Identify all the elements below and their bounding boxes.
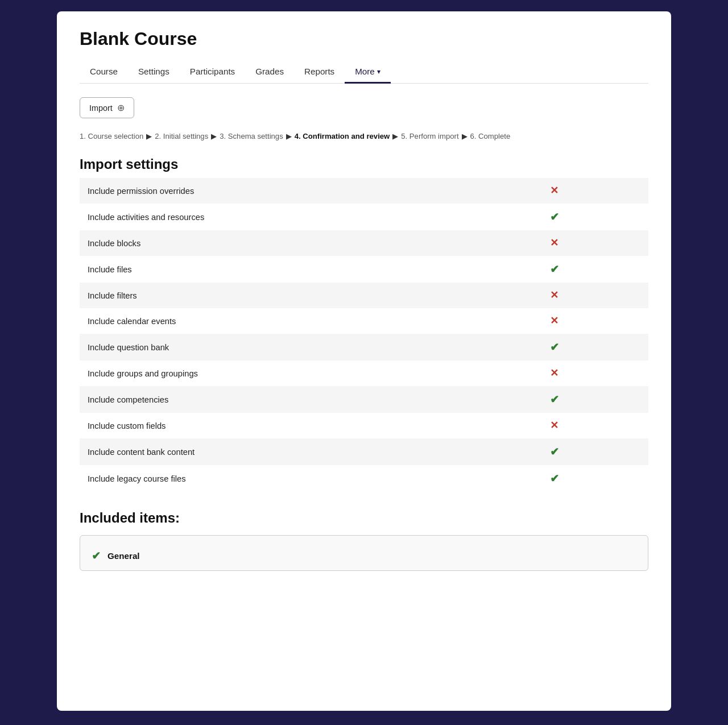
- included-general-row: ✔ General: [92, 547, 636, 565]
- import-settings-title: Import settings: [80, 156, 648, 172]
- page-title: Blank Course: [80, 28, 648, 49]
- setting-label: Include question bank: [80, 334, 542, 361]
- included-items-box: ✔ General: [80, 535, 648, 571]
- table-row: Include permission overrides✕: [80, 178, 648, 204]
- cross-icon: ✕: [550, 315, 559, 326]
- breadcrumb-step-4: 4. Confirmation and review: [295, 132, 390, 140]
- check-icon: ✔: [550, 263, 559, 275]
- check-icon: ✔: [550, 341, 559, 353]
- check-icon: ✔: [550, 211, 559, 223]
- cross-icon: ✕: [550, 289, 559, 301]
- setting-label: Include competencies: [80, 386, 542, 413]
- setting-label: Include calendar events: [80, 308, 542, 334]
- tab-settings[interactable]: Settings: [128, 61, 180, 84]
- main-container: Blank Course Course Settings Participant…: [57, 11, 671, 711]
- general-check-icon: ✔: [92, 549, 101, 562]
- table-row: Include calendar events✕: [80, 308, 648, 334]
- table-row: Include competencies✔: [80, 386, 648, 413]
- import-button[interactable]: Import ⊕: [80, 97, 134, 118]
- chevron-down-icon: ▾: [377, 68, 380, 76]
- breadcrumb-arrow-1: ▶: [146, 132, 152, 140]
- breadcrumb-step-1: 1. Course selection: [80, 132, 143, 140]
- split-icon: ⊕: [117, 102, 125, 113]
- table-row: Include blocks✕: [80, 230, 648, 256]
- breadcrumb-arrow-4: ▶: [392, 132, 398, 140]
- table-row: Include question bank✔: [80, 334, 648, 361]
- table-row: Include custom fields✕: [80, 413, 648, 438]
- setting-label: Include legacy course files: [80, 465, 542, 492]
- tab-more-label: More: [355, 67, 375, 76]
- setting-label: Include files: [80, 256, 542, 283]
- table-row: Include groups and groupings✕: [80, 361, 648, 386]
- check-icon: ✔: [550, 446, 559, 458]
- check-icon: ✔: [550, 473, 559, 484]
- setting-label: Include blocks: [80, 230, 542, 256]
- breadcrumb-step-5: 5. Perform import: [401, 132, 458, 140]
- tab-bar: Course Settings Participants Grades Repo…: [80, 61, 648, 84]
- tab-grades[interactable]: Grades: [245, 61, 294, 84]
- table-row: Include legacy course files✔: [80, 465, 648, 492]
- setting-label: Include filters: [80, 283, 542, 308]
- setting-label: Include groups and groupings: [80, 361, 542, 386]
- cross-icon: ✕: [550, 185, 559, 196]
- tab-course[interactable]: Course: [80, 61, 128, 84]
- cross-icon: ✕: [550, 237, 559, 248]
- breadcrumb-step-2: 2. Initial settings: [155, 132, 208, 140]
- cross-icon: ✕: [550, 420, 559, 431]
- setting-label: Include custom fields: [80, 413, 542, 438]
- included-items-title: Included items:: [80, 510, 648, 526]
- import-button-label: Import: [89, 103, 113, 113]
- table-row: Include filters✕: [80, 283, 648, 308]
- breadcrumb-step-6: 6. Complete: [470, 132, 511, 140]
- setting-label: Include content bank content: [80, 438, 542, 465]
- tab-reports[interactable]: Reports: [294, 61, 345, 84]
- breadcrumb-arrow-3: ▶: [286, 132, 292, 140]
- setting-label: Include activities and resources: [80, 204, 542, 230]
- cross-icon: ✕: [550, 367, 559, 379]
- settings-table: Include permission overrides✕Include act…: [80, 178, 648, 492]
- breadcrumb: 1. Course selection ▶ 2. Initial setting…: [80, 132, 648, 140]
- tab-participants[interactable]: Participants: [180, 61, 245, 84]
- breadcrumb-arrow-5: ▶: [462, 132, 468, 140]
- general-label: General: [107, 551, 140, 561]
- table-row: Include activities and resources✔: [80, 204, 648, 230]
- table-row: Include content bank content✔: [80, 438, 648, 465]
- check-icon: ✔: [550, 393, 559, 405]
- breadcrumb-arrow-2: ▶: [211, 132, 217, 140]
- table-row: Include files✔: [80, 256, 648, 283]
- tab-more[interactable]: More ▾: [345, 61, 391, 84]
- setting-label: Include permission overrides: [80, 178, 542, 204]
- breadcrumb-step-3: 3. Schema settings: [220, 132, 283, 140]
